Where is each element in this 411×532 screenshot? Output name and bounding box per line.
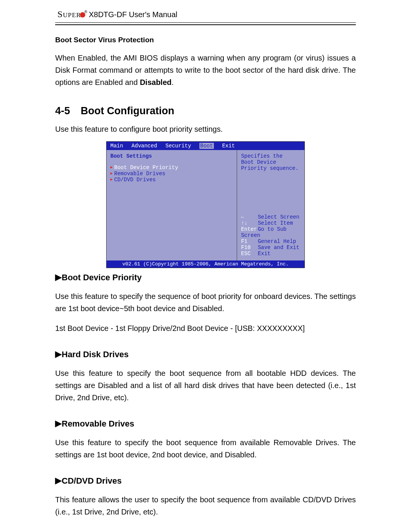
- text-segment: .: [172, 78, 174, 86]
- bios-item-boot-device-priority[interactable]: ▶Boot Device Priority: [110, 165, 233, 171]
- text-boot-device-priority-p2: 1st Boot Device - 1st Floppy Drive/2nd B…: [55, 322, 356, 334]
- bios-right-pane: Specifies the Boot Device Priority seque…: [237, 150, 304, 260]
- bios-nav-label: Select Item: [258, 220, 293, 226]
- bios-nav-label: Save and Exit: [258, 244, 299, 251]
- text-cddvd-drives: This feature allows the user to specify …: [55, 494, 356, 518]
- heading-boot-device-priority: ▶Boot Device Priority: [55, 273, 356, 283]
- bios-nav-key: F10: [241, 244, 258, 251]
- bios-tab-boot[interactable]: Boot: [199, 143, 214, 149]
- bios-nav-row: EnterGo to Sub Screen: [241, 226, 301, 238]
- bios-nav-key: Enter: [241, 226, 258, 232]
- heading-boot-sector-virus: Boot Sector Virus Protection: [55, 36, 356, 44]
- text-segment: When Enabled, the AMI BIOS displays a wa…: [55, 54, 356, 86]
- bios-nav-label: Exit: [258, 251, 271, 257]
- heading-label: CD/DVD Drives: [62, 476, 122, 486]
- text-hard-disk-drives: Use this feature to specify the boot seq…: [55, 367, 356, 404]
- text-removable-drives: Use this feature to specify the boot seq…: [55, 436, 356, 461]
- bios-nav-label: General Help: [258, 238, 296, 244]
- section-title: Boot Configuration: [81, 105, 174, 117]
- text-bold-disabled: Disabled: [140, 78, 171, 86]
- heading-label: Boot Device Priority: [62, 273, 142, 282]
- bios-help-line: Specifies the: [241, 153, 301, 159]
- text-section-intro: Use this feature to configure boot prior…: [55, 123, 356, 135]
- bios-tab-bar: Main Advanced Security Boot Exit: [107, 142, 304, 150]
- triangle-icon: ▶: [55, 272, 62, 282]
- bios-nav-help: ←Select Screen ↑↓Select Item EnterGo to …: [241, 214, 301, 257]
- section-number: 4-5: [55, 105, 70, 117]
- brand-name: Super: [57, 9, 81, 19]
- bios-nav-key: F1: [241, 238, 258, 244]
- bios-tab-exit[interactable]: Exit: [222, 143, 235, 149]
- text-boot-sector-virus: When Enabled, the AMI BIOS displays a wa…: [55, 52, 356, 88]
- heading-cddvd-drives: ▶CD/DVD Drives: [55, 476, 356, 486]
- manual-page: Super ® X8DTG-DF User's Manual Boot Sect…: [55, 9, 356, 532]
- triangle-icon: ▶: [110, 177, 113, 182]
- bios-nav-label: Select Screen: [258, 214, 299, 220]
- triangle-icon: ▶: [55, 419, 62, 428]
- bios-screenshot: Main Advanced Security Boot Exit Boot Se…: [106, 141, 305, 268]
- bios-nav-row: ↑↓Select Item: [241, 220, 301, 226]
- bios-tab-security[interactable]: Security: [166, 143, 191, 149]
- bios-tab-advanced[interactable]: Advanced: [132, 143, 157, 149]
- bios-item-label: CD/DVD Drives: [114, 177, 156, 183]
- bios-tab-main[interactable]: Main: [110, 143, 123, 149]
- bios-nav-row: ←Select Screen: [241, 214, 301, 220]
- text-boot-device-priority-p1: Use this feature to specify the sequence…: [55, 290, 356, 315]
- bios-left-heading: Boot Settings: [110, 153, 233, 159]
- heading-label: Removable Drives: [62, 419, 134, 428]
- manual-title: X8DTG-DF User's Manual: [89, 10, 177, 19]
- registered-mark: ®: [84, 10, 87, 14]
- bios-nav-row: F10Save and Exit: [241, 244, 301, 251]
- triangle-icon: ▶: [110, 165, 113, 169]
- triangle-icon: ▶: [55, 349, 62, 359]
- heading-label: Hard Disk Drives: [62, 350, 129, 359]
- triangle-icon: ▶: [110, 171, 113, 176]
- bios-left-pane: Boot Settings ▶Boot Device Priority ▶Rem…: [107, 150, 237, 260]
- bios-item-label: Removable Drives: [114, 171, 165, 177]
- bios-nav-row: F1General Help: [241, 238, 301, 244]
- bios-nav-key: ←: [241, 214, 258, 220]
- bios-item-cddvd-drives[interactable]: ▶CD/DVD Drives: [110, 177, 233, 183]
- section-heading-boot-config: 4-5 Boot Configuration: [55, 105, 356, 117]
- heading-removable-drives: ▶Removable Drives: [55, 419, 356, 429]
- heading-hard-disk-drives: ▶Hard Disk Drives: [55, 350, 356, 359]
- bios-nav-key: ESC: [241, 251, 258, 257]
- bios-footer: v02.61 (C)Copyright 1985-2006, American …: [107, 260, 304, 268]
- bios-body: Boot Settings ▶Boot Device Priority ▶Rem…: [107, 150, 304, 260]
- header-divider: [55, 22, 356, 25]
- page-header: Super ® X8DTG-DF User's Manual: [55, 9, 356, 21]
- bios-help-line: Boot Device: [241, 159, 301, 165]
- bios-nav-key: ↑↓: [241, 220, 258, 226]
- bios-help-line: Priority sequence.: [241, 165, 301, 171]
- triangle-icon: ▶: [55, 476, 62, 485]
- bios-item-removable-drives[interactable]: ▶Removable Drives: [110, 171, 233, 177]
- bios-item-label: Boot Device Priority: [114, 165, 178, 171]
- bios-nav-row: ESCExit: [241, 251, 301, 257]
